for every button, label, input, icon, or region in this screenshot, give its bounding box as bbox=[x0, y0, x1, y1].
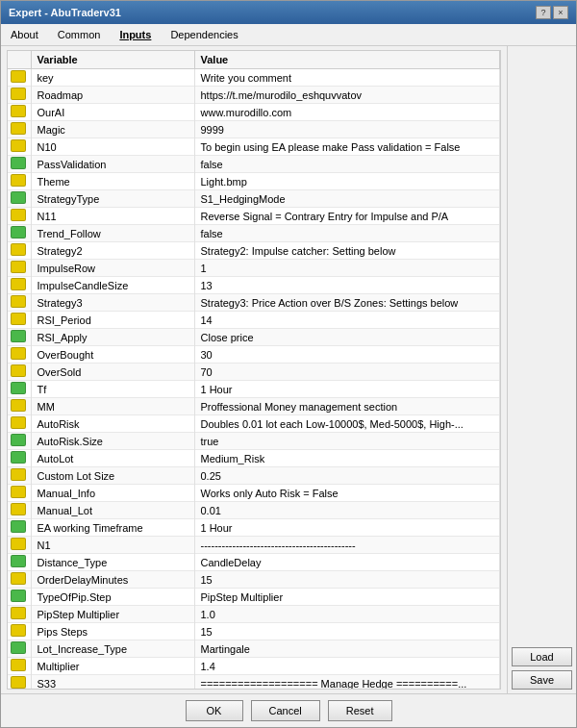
table-row[interactable]: MMProffessional Money management section bbox=[8, 398, 500, 415]
row-value[interactable]: Strategy2: Impulse catcher: Setting belo… bbox=[194, 242, 500, 260]
row-value[interactable]: Light.bmp bbox=[194, 173, 500, 190]
table-row[interactable]: RSI_ApplyClose price bbox=[8, 329, 500, 346]
help-button[interactable]: ? bbox=[536, 6, 551, 19]
table-row[interactable]: AutoRiskDoubles 0.01 lot each Low-10000$… bbox=[8, 415, 500, 433]
table-row[interactable]: PipStep Multiplier1.0 bbox=[8, 606, 500, 623]
row-value[interactable]: Reverse Signal = Contrary Entry for Impu… bbox=[194, 208, 500, 225]
row-value[interactable]: false bbox=[194, 156, 500, 173]
reset-button[interactable]: Reset bbox=[328, 700, 392, 721]
row-variable: Roadmap bbox=[31, 87, 194, 104]
row-value[interactable]: www.murodillo.com bbox=[194, 104, 500, 121]
row-value[interactable]: 0.01 bbox=[194, 502, 500, 519]
row-value[interactable]: 15 bbox=[194, 623, 500, 640]
row-icon-cell bbox=[8, 121, 31, 138]
table-row[interactable]: ImpulseRow1 bbox=[8, 260, 500, 277]
row-value[interactable]: 14 bbox=[194, 312, 500, 329]
table-row[interactable]: Roadmaphttps://t.me/murodilo_eshquvvatov bbox=[8, 87, 500, 104]
row-value[interactable]: To begin using EA please make Pass valid… bbox=[194, 138, 500, 156]
save-button[interactable]: Save bbox=[512, 670, 572, 690]
table-row[interactable]: Custom Lot Size0.25 bbox=[8, 467, 500, 485]
row-value[interactable]: CandleDelay bbox=[194, 554, 500, 571]
row-value[interactable]: ----------------------------------------… bbox=[194, 537, 500, 554]
row-value[interactable]: 0.25 bbox=[194, 467, 500, 485]
row-variable: Lot_Increase_Type bbox=[31, 640, 194, 658]
menu-about[interactable]: About bbox=[7, 27, 42, 42]
table-row[interactable]: Pips Steps15 bbox=[8, 623, 500, 640]
row-value[interactable]: 1.0 bbox=[194, 606, 500, 623]
row-value[interactable]: Martingale bbox=[194, 640, 500, 658]
row-icon-cell bbox=[8, 658, 31, 675]
row-icon-cell bbox=[8, 485, 31, 502]
table-row[interactable]: StrategyTypeS1_HedgingMode bbox=[8, 190, 500, 208]
row-value[interactable]: S1_HedgingMode bbox=[194, 190, 500, 208]
row-icon-cell bbox=[8, 104, 31, 121]
table-row[interactable]: AutoLotMedium_Risk bbox=[8, 450, 500, 467]
row-variable: Trend_Follow bbox=[31, 225, 194, 242]
table-row[interactable]: Strategy3Strategy3: Price Action over B/… bbox=[8, 294, 500, 312]
col-value-header: Value bbox=[194, 51, 500, 69]
row-variable: Custom Lot Size bbox=[31, 467, 194, 485]
row-icon-cell bbox=[8, 640, 31, 658]
row-value[interactable]: Close price bbox=[194, 329, 500, 346]
row-value[interactable]: true bbox=[194, 433, 500, 450]
table-row[interactable]: OverSold70 bbox=[8, 364, 500, 381]
table-row[interactable]: Magic9999 bbox=[8, 121, 500, 138]
table-row[interactable]: Distance_TypeCandleDelay bbox=[8, 554, 500, 571]
row-value[interactable]: Medium_Risk bbox=[194, 450, 500, 467]
row-value[interactable]: Doubles 0.01 lot each Low-10000$, Med-50… bbox=[194, 415, 500, 433]
table-row[interactable]: EA working Timeframe1 Hour bbox=[8, 519, 500, 537]
row-value[interactable]: Strategy3: Price Action over B/S Zones: … bbox=[194, 294, 500, 312]
table-row[interactable]: OrderDelayMinutes15 bbox=[8, 571, 500, 589]
row-icon-cell bbox=[8, 589, 31, 606]
table-row[interactable]: AutoRisk.Sizetrue bbox=[8, 433, 500, 450]
table-row[interactable]: ImpulseCandleSize13 bbox=[8, 277, 500, 294]
menu-common[interactable]: Common bbox=[54, 27, 105, 42]
row-icon-cell bbox=[8, 69, 31, 87]
cancel-button[interactable]: Cancel bbox=[251, 700, 320, 721]
table-row[interactable]: S33=================== Manage Hedge ====… bbox=[8, 675, 500, 690]
table-row[interactable]: Strategy2Strategy2: Impulse catcher: Set… bbox=[8, 242, 500, 260]
table-row[interactable]: N1--------------------------------------… bbox=[8, 537, 500, 554]
table-row[interactable]: Lot_Increase_TypeMartingale bbox=[8, 640, 500, 658]
row-value[interactable]: PipStep Multiplier bbox=[194, 589, 500, 606]
row-value[interactable]: https://t.me/murodilo_eshquvvatov bbox=[194, 87, 500, 104]
table-container[interactable]: Variable Value keyWrite you commentRoadm… bbox=[8, 51, 500, 689]
table-row[interactable]: keyWrite you comment bbox=[8, 69, 500, 87]
table-row[interactable]: Multiplier1.4 bbox=[8, 658, 500, 675]
row-icon-cell bbox=[8, 329, 31, 346]
table-row[interactable]: TypeOfPip.StepPipStep Multiplier bbox=[8, 589, 500, 606]
row-value[interactable]: 13 bbox=[194, 277, 500, 294]
close-button[interactable]: × bbox=[553, 6, 568, 19]
table-row[interactable]: RSI_Period14 bbox=[8, 312, 500, 329]
table-row[interactable]: Manual_InfoWorks only Auto Risk = False bbox=[8, 485, 500, 502]
row-icon-cell bbox=[8, 87, 31, 104]
row-icon-cell bbox=[8, 623, 31, 640]
row-icon-cell bbox=[8, 502, 31, 519]
row-value[interactable]: Proffessional Money management section bbox=[194, 398, 500, 415]
table-row[interactable]: Manual_Lot0.01 bbox=[8, 502, 500, 519]
table-row[interactable]: N11Reverse Signal = Contrary Entry for I… bbox=[8, 208, 500, 225]
table-row[interactable]: OurAIwww.murodillo.com bbox=[8, 104, 500, 121]
table-row[interactable]: PassValidationfalse bbox=[8, 156, 500, 173]
row-value[interactable]: Works only Auto Risk = False bbox=[194, 485, 500, 502]
row-value[interactable]: 1 Hour bbox=[194, 519, 500, 537]
table-row[interactable]: N10To begin using EA please make Pass va… bbox=[8, 138, 500, 156]
row-value[interactable]: 70 bbox=[194, 364, 500, 381]
row-value[interactable]: 30 bbox=[194, 346, 500, 364]
row-value[interactable]: =================== Manage Hedge =======… bbox=[194, 675, 500, 690]
row-value[interactable]: Write you comment bbox=[194, 69, 500, 87]
row-value[interactable]: 1 bbox=[194, 260, 500, 277]
table-row[interactable]: ThemeLight.bmp bbox=[8, 173, 500, 190]
load-button[interactable]: Load bbox=[512, 647, 572, 666]
menu-dependencies[interactable]: Dependencies bbox=[166, 27, 241, 42]
row-value[interactable]: 9999 bbox=[194, 121, 500, 138]
menu-inputs[interactable]: Inputs bbox=[115, 27, 155, 42]
row-value[interactable]: 15 bbox=[194, 571, 500, 589]
ok-button[interactable]: OK bbox=[186, 700, 243, 721]
table-row[interactable]: Tf1 Hour bbox=[8, 381, 500, 398]
table-row[interactable]: Trend_Followfalse bbox=[8, 225, 500, 242]
row-value[interactable]: false bbox=[194, 225, 500, 242]
table-row[interactable]: OverBought30 bbox=[8, 346, 500, 364]
row-value[interactable]: 1 Hour bbox=[194, 381, 500, 398]
row-value[interactable]: 1.4 bbox=[194, 658, 500, 675]
